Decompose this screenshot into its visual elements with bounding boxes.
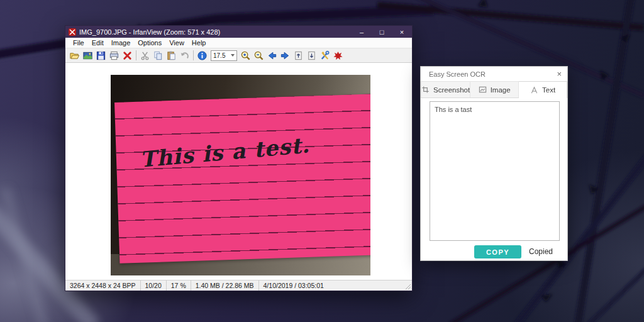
ocr-tab-bar: Screenshot Image Text: [421, 81, 567, 98]
zoom-in-icon[interactable]: [239, 49, 252, 62]
status-image-info: 3264 x 2448 x 24 BPP: [65, 280, 141, 291]
ocr-close-button[interactable]: ×: [557, 70, 562, 78]
settings-tools-icon[interactable]: [318, 49, 331, 62]
next-page-icon[interactable]: [305, 49, 318, 62]
ocr-window-title: Easy Screen OCR: [429, 70, 557, 78]
slideshow-icon[interactable]: [81, 49, 94, 62]
status-zoom-percent: 17 %: [167, 280, 191, 291]
desktop-wallpaper: IMG_9700.JPG - IrfanView (Zoom: 571 x 42…: [0, 0, 644, 322]
statusbar: 3264 x 2448 x 24 BPP 10/20 17 % 1.40 MB …: [65, 280, 412, 291]
toolbar: 17.5: [65, 48, 412, 63]
irfanview-window: IMG_9700.JPG - IrfanView (Zoom: 571 x 42…: [65, 25, 413, 291]
save-icon[interactable]: [94, 49, 108, 62]
zoom-percent-dropdown[interactable]: 17.5: [211, 50, 237, 61]
chevron-down-icon: [231, 54, 235, 57]
copy-icon[interactable]: [152, 49, 165, 62]
tab-image[interactable]: Image: [470, 81, 519, 97]
previous-page-icon[interactable]: [292, 49, 305, 62]
recognized-text-area[interactable]: Ths is a tast: [430, 101, 560, 241]
menu-options[interactable]: Options: [134, 39, 165, 47]
photo-of-index-card: This is a test.: [111, 75, 370, 275]
undo-icon[interactable]: [178, 49, 191, 62]
irfanview-titlebar[interactable]: IMG_9700.JPG - IrfanView (Zoom: 571 x 42…: [65, 26, 412, 38]
toolbar-separator: [136, 50, 136, 60]
close-button[interactable]: ×: [392, 26, 412, 38]
letter-a-icon: [530, 86, 538, 94]
irfanview-logo-icon: [69, 28, 76, 36]
previous-image-icon[interactable]: [265, 49, 279, 62]
image-canvas[interactable]: This is a test.: [65, 63, 412, 280]
ocr-titlebar[interactable]: Easy Screen OCR ×: [421, 67, 567, 81]
exit-icon[interactable]: [331, 49, 345, 62]
pink-index-card: [114, 94, 370, 264]
menu-image[interactable]: Image: [108, 39, 135, 47]
tab-screenshot[interactable]: Screenshot: [421, 81, 470, 97]
tab-text[interactable]: Text: [519, 81, 567, 98]
tab-label: Text: [542, 86, 555, 94]
copy-button[interactable]: COPY: [474, 245, 521, 258]
window-title: IMG_9700.JPG - IrfanView (Zoom: 571 x 42…: [79, 28, 352, 36]
menu-help[interactable]: Help: [188, 39, 210, 47]
zoom-out-icon[interactable]: [252, 49, 265, 62]
tab-label: Image: [491, 86, 511, 94]
copied-status-label: Copied: [529, 247, 553, 256]
cut-icon[interactable]: [138, 49, 152, 62]
easy-screen-ocr-window: Easy Screen OCR × Screenshot Image Text: [420, 66, 568, 261]
resize-grip-icon[interactable]: [405, 284, 411, 290]
menu-view[interactable]: View: [165, 39, 188, 47]
info-icon[interactable]: [196, 49, 209, 62]
crop-icon: [421, 86, 430, 94]
minimize-button[interactable]: –: [352, 26, 372, 38]
status-file-index: 10/20: [141, 280, 167, 291]
maximize-button[interactable]: □: [372, 26, 392, 38]
toolbar-separator: [193, 50, 194, 60]
delete-icon[interactable]: [121, 49, 134, 62]
paste-icon[interactable]: [165, 49, 178, 62]
open-folder-icon[interactable]: [68, 49, 81, 62]
menu-edit[interactable]: Edit: [88, 39, 108, 47]
print-icon[interactable]: [108, 49, 121, 62]
next-image-icon[interactable]: [279, 49, 292, 62]
image-icon: [479, 86, 487, 94]
zoom-percent-value: 17.5: [213, 52, 225, 59]
status-file-size: 1.40 MB / 22.86 MB: [191, 280, 259, 291]
tab-label: Screenshot: [433, 86, 470, 94]
menubar: File Edit Image Options View Help: [65, 38, 412, 48]
menu-file[interactable]: File: [69, 39, 88, 47]
status-file-datetime: 4/10/2019 / 03:05:01: [259, 280, 328, 291]
